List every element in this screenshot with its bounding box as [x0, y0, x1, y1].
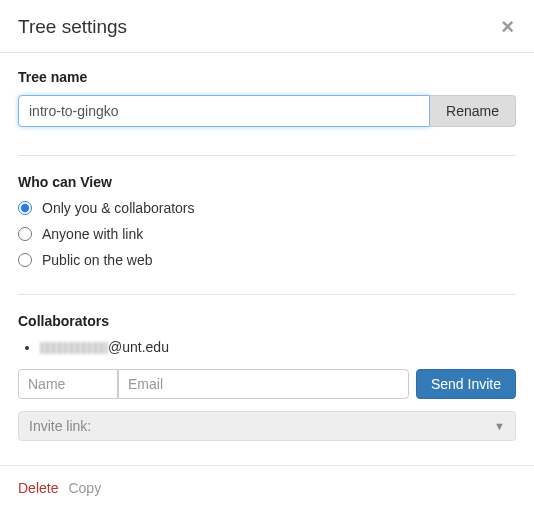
copy-link[interactable]: Copy — [68, 480, 101, 496]
invite-email-input[interactable] — [118, 369, 409, 399]
collaborator-item: @unt.edu — [40, 339, 516, 355]
delete-link[interactable]: Delete — [18, 480, 58, 496]
radio-private[interactable] — [18, 201, 32, 215]
invite-name-input[interactable] — [18, 369, 118, 399]
radio-link[interactable] — [18, 227, 32, 241]
invite-link-label: Invite link: — [29, 418, 91, 434]
chevron-down-icon: ▼ — [494, 420, 505, 432]
modal-header: Tree settings × — [0, 0, 534, 53]
visibility-option-link[interactable]: Anyone with link — [18, 226, 516, 242]
visibility-option-private[interactable]: Only you & collaborators — [18, 200, 516, 216]
tree-name-input[interactable] — [18, 95, 430, 127]
invite-link-dropdown[interactable]: Invite link: ▼ — [18, 411, 516, 441]
visibility-option-public[interactable]: Public on the web — [18, 252, 516, 268]
rename-row: Rename — [18, 95, 516, 127]
invite-row: Send Invite — [18, 369, 516, 399]
radio-public[interactable] — [18, 253, 32, 267]
collaborators-list: @unt.edu — [18, 339, 516, 355]
modal-footer: Delete Copy — [0, 465, 534, 510]
radio-label: Only you & collaborators — [42, 200, 195, 216]
visibility-label: Who can View — [18, 174, 516, 190]
collaborator-email-suffix: @unt.edu — [108, 339, 169, 355]
tree-name-label: Tree name — [18, 69, 516, 85]
radio-label: Anyone with link — [42, 226, 143, 242]
visibility-radio-group: Only you & collaborators Anyone with lin… — [18, 200, 516, 268]
divider — [18, 155, 516, 156]
send-invite-button[interactable]: Send Invite — [416, 369, 516, 399]
rename-button[interactable]: Rename — [430, 95, 516, 127]
divider — [18, 294, 516, 295]
redacted-prefix — [40, 342, 108, 354]
close-icon[interactable]: × — [499, 16, 516, 38]
modal-body: Tree name Rename Who can View Only you &… — [0, 53, 534, 441]
radio-label: Public on the web — [42, 252, 153, 268]
modal-title: Tree settings — [18, 16, 127, 38]
collaborators-label: Collaborators — [18, 313, 516, 329]
